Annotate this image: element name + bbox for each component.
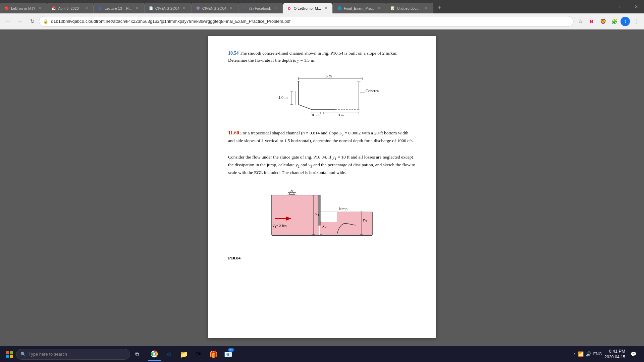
minimize-button[interactable]: — xyxy=(598,0,613,13)
tab-civeng2[interactable]: 🔮 CIVENG 2O04 ✕ xyxy=(191,3,238,13)
pdf-viewer[interactable]: 10.54 The smooth concrete-lined channel … xyxy=(0,29,644,346)
reload-button[interactable]: ↻ xyxy=(27,16,38,27)
tab-april[interactable]: 📅 April 8, 2020 – ✕ xyxy=(47,3,94,13)
nav-right-icons: ☆ B 🦁 🧩 t ⋮ xyxy=(575,16,641,27)
brave-rewards-icon[interactable]: B xyxy=(586,16,597,27)
svg-text:3 m: 3 m xyxy=(338,113,344,116)
brave-shields-icon[interactable]: 🦁 xyxy=(598,16,608,27)
mail-badge: 21 xyxy=(228,348,234,352)
svg-text:1: 1 xyxy=(318,214,319,217)
language-label[interactable]: ENG xyxy=(593,352,602,356)
tab6-close[interactable]: ✕ xyxy=(273,6,278,11)
problem-10-54: 10.54 The smooth concrete-lined channel … xyxy=(228,50,416,120)
svg-line-6 xyxy=(299,105,312,110)
svg-text:6 m: 6 m xyxy=(326,74,332,78)
problem-11-60-body: For a trapezoidal shaped channel (n = 0.… xyxy=(228,130,414,143)
address-text: d1b10bmlvqabco.cloudfront.net/attach/k4x… xyxy=(51,19,569,24)
tab1-favicon: 🔴 xyxy=(4,6,9,11)
tab5-close[interactable]: ✕ xyxy=(228,6,234,11)
close-button[interactable]: ✕ xyxy=(629,0,644,13)
tab7-label: O LeBron or M... xyxy=(294,6,321,10)
problem-sluice: Consider the flow under the sluice gate … xyxy=(228,154,416,261)
svg-text:3: 3 xyxy=(365,220,367,223)
svg-text:y: y xyxy=(322,223,325,228)
problem-11-60: 11.60 For a trapezoidal shaped channel (… xyxy=(228,129,416,144)
tab3-favicon: B xyxy=(98,6,103,11)
tab7-close[interactable]: ✕ xyxy=(323,6,328,11)
tab-lecture[interactable]: B Lecture 13 – Fl... ✕ xyxy=(94,3,144,13)
bookmark-icon[interactable]: ☆ xyxy=(575,16,586,27)
tab8-favicon: 🌐 xyxy=(337,6,342,11)
start-button[interactable] xyxy=(3,348,16,361)
tab2-label: April 8, 2020 – xyxy=(58,6,82,10)
svg-rect-27 xyxy=(337,212,372,235)
problem-sluice-body: Consider the flow under the sluice gate … xyxy=(228,155,415,175)
tab9-favicon: 📝 xyxy=(390,6,395,11)
tab5-label: CIVENG 2O04 xyxy=(202,6,226,10)
content-area: 10.54 The smooth concrete-lined channel … xyxy=(0,29,644,346)
search-text: Type here to search xyxy=(29,352,67,357)
svg-rect-57 xyxy=(10,351,13,354)
tab7-favicon: b xyxy=(287,6,292,11)
clock[interactable]: 6:41 PM 2020-04-15 xyxy=(605,348,625,360)
tab-final-exam[interactable]: 🌐 Final_Exam_Pra... ✕ xyxy=(333,3,386,13)
svg-rect-59 xyxy=(10,355,13,358)
tab9-close[interactable]: ✕ xyxy=(424,6,429,11)
sluice-diagram-container: y 1 V xyxy=(228,182,416,249)
chrome-icon[interactable] xyxy=(148,348,161,361)
task-view-button[interactable]: ⧉ xyxy=(130,348,144,361)
caret-icon[interactable]: ∧ xyxy=(573,352,576,356)
tab1-close[interactable]: ✕ xyxy=(37,6,43,11)
taskbar: 🔍 Type here to search ⧉ xyxy=(0,346,644,362)
address-bar[interactable]: 🔒 d1b10bmlvqabco.cloudfront.net/attach/k… xyxy=(39,16,574,27)
figure-label: P10.84 xyxy=(228,255,416,261)
system-tray: ∧ 📶 🔊 ENG xyxy=(573,351,602,357)
tab-lebron-brave[interactable]: b O LeBron or M... ✕ xyxy=(283,3,333,13)
svg-text:0.5 m: 0.5 m xyxy=(312,113,321,116)
gift-icon[interactable]: 🎁 xyxy=(207,348,220,361)
tab2-favicon: 📅 xyxy=(51,6,56,11)
pdf-page: 10.54 The smooth concrete-lined channel … xyxy=(208,36,436,338)
tab-lebron[interactable]: 🔴 LeBron or MJ? ✕ xyxy=(0,3,47,13)
browser-frame: 🔴 LeBron or MJ? ✕ 📅 April 8, 2020 – ✕ B … xyxy=(0,0,644,362)
menu-icon[interactable]: ⋮ xyxy=(631,16,641,27)
tab5-favicon: 🔮 xyxy=(196,6,200,11)
taskbar-search[interactable]: 🔍 Type here to search xyxy=(16,349,130,360)
taskbar-right: ∧ 📶 🔊 ENG 6:41 PM 2020-04-15 💬 xyxy=(573,348,641,360)
problem-10-54-text: 10.54 The smooth concrete-lined channel … xyxy=(228,50,416,64)
profile-icon[interactable]: t xyxy=(621,17,630,26)
edge-icon[interactable]: e xyxy=(162,348,176,361)
file-explorer-icon[interactable]: 📁 xyxy=(177,348,191,361)
svg-text:1.0 m: 1.0 m xyxy=(278,95,288,100)
maximize-button[interactable]: □ xyxy=(613,0,629,13)
tab1-label: LeBron or MJ? xyxy=(11,6,35,10)
navigation-bar: ← → ↻ 🔒 d1b10bmlvqabco.cloudfront.net/at… xyxy=(0,13,644,29)
store-icon[interactable]: 🛍 xyxy=(192,348,205,361)
svg-rect-56 xyxy=(6,351,9,354)
back-button[interactable]: ← xyxy=(3,16,13,27)
speaker-icon[interactable]: 🔊 xyxy=(586,351,591,357)
tab-untitled[interactable]: 📝 Untitled docu... ✕ xyxy=(386,3,433,13)
tab-civeng1[interactable]: 📄 CIVENG 2O04 ✕ xyxy=(144,3,191,13)
extension-icon[interactable]: 🧩 xyxy=(609,16,620,27)
svg-text:y: y xyxy=(363,218,365,222)
tab4-close[interactable]: ✕ xyxy=(181,6,187,11)
problem-10-54-number: 10.54 xyxy=(228,51,239,56)
svg-point-64 xyxy=(153,353,155,355)
svg-text:2: 2 xyxy=(325,225,327,229)
tab2-close[interactable]: ✕ xyxy=(84,6,89,11)
notification-button[interactable]: 💬 xyxy=(628,349,639,359)
tab-bar: 🔴 LeBron or MJ? ✕ 📅 April 8, 2020 – ✕ B … xyxy=(0,0,644,13)
forward-button[interactable]: → xyxy=(15,16,25,27)
svg-rect-25 xyxy=(272,195,319,235)
clock-date: 2020-04-15 xyxy=(605,354,625,360)
tab8-close[interactable]: ✕ xyxy=(376,6,382,11)
tab3-close[interactable]: ✕ xyxy=(135,6,140,11)
search-icon: 🔍 xyxy=(20,352,26,357)
channel-diagram-container: 6 m Concrete xyxy=(228,69,416,120)
new-tab-button[interactable]: + xyxy=(435,3,444,12)
tab-facebook[interactable]: f (2) Facebook ✕ xyxy=(238,3,283,13)
mail-icon[interactable]: 📧 21 xyxy=(221,348,235,361)
wifi-icon[interactable]: 📶 xyxy=(578,351,584,357)
channel-cross-section-diagram: 6 m Concrete xyxy=(265,73,379,116)
